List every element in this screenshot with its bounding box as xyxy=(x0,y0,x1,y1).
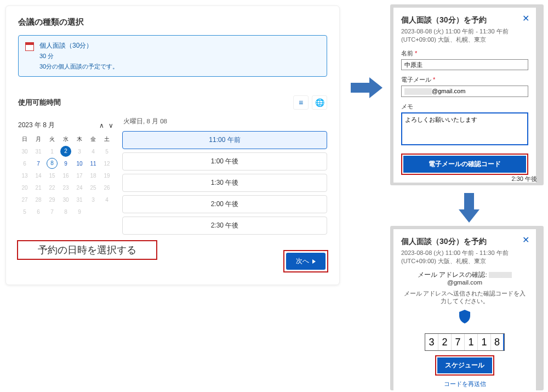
filter-icon: ≡ xyxy=(299,98,303,107)
calendar-day[interactable]: 18 xyxy=(87,170,100,181)
calendar-day[interactable]: 20 xyxy=(18,182,31,194)
calendar-day[interactable]: 24 xyxy=(73,182,86,194)
next-month-button[interactable]: ∨ xyxy=(109,122,113,129)
calendar-day[interactable]: 5 xyxy=(100,146,113,157)
calendar-day[interactable]: 7 xyxy=(45,206,59,218)
callout-confirm-button: 電子メールの確認コード xyxy=(401,154,528,175)
calendar-day[interactable]: 6 xyxy=(18,158,31,169)
calendar-day[interactable]: 17 xyxy=(73,170,86,181)
email-masked-part: xxxxx xyxy=(404,88,432,95)
verify-backdrop: ✕ 個人面談（30分）を予約 2023-08-08 (火) 11:00 午前 -… xyxy=(390,226,544,390)
timezone-button[interactable]: 🌐 xyxy=(312,95,327,110)
calendar-day[interactable]: 30 xyxy=(18,146,31,157)
meeting-type-card[interactable]: 個人面談（30分） 30 分 30分の個人面談の予定です。 xyxy=(18,35,327,77)
name-label: 名前 xyxy=(401,50,413,56)
callout-schedule-button: スケジュール xyxy=(435,355,494,376)
email-masked-part: x xyxy=(489,272,512,278)
time-slot[interactable]: 2:30 午後 xyxy=(122,217,327,235)
calendar-day[interactable]: 30 xyxy=(59,194,72,206)
calendar-day[interactable]: 9 xyxy=(59,158,72,169)
availability-heading: 使用可能時間 xyxy=(18,98,61,107)
calendar-day[interactable]: 27 xyxy=(18,194,31,206)
slots-date-label: 火曜日, 8 月 08 xyxy=(123,117,327,126)
calendar-day[interactable]: 12 xyxy=(100,158,113,169)
filter-button[interactable]: ≡ xyxy=(293,95,309,110)
meeting-type-duration: 30 分 xyxy=(39,52,118,60)
calendar-icon xyxy=(25,42,34,51)
globe-icon: 🌐 xyxy=(315,98,324,107)
name-input[interactable] xyxy=(401,59,528,70)
calendar-day[interactable]: 9 xyxy=(73,206,86,218)
background-time-slot: 2:30 午後 xyxy=(512,175,537,183)
svg-marker-1 xyxy=(459,193,480,223)
next-button[interactable]: 次へ xyxy=(286,253,326,270)
time-slot[interactable]: 1:30 午後 xyxy=(122,174,327,192)
calendar-day-today[interactable]: 2 xyxy=(60,146,71,157)
memo-textarea[interactable] xyxy=(401,112,528,145)
booking-form-timezone: (UTC+09:00) 大阪、札幌、東京 xyxy=(401,36,528,44)
email-confirm-code-button[interactable]: 電子メールの確認コード xyxy=(403,156,526,173)
resend-code-link[interactable]: コードを再送信 xyxy=(401,380,528,388)
booking-panel-select: 会議の種類の選択 個人面談（30分） 30 分 30分の個人面談の予定です。 使… xyxy=(5,5,340,285)
calendar-day[interactable]: 31 xyxy=(73,194,86,206)
calendar-widget: 2023 年 8 月 ∧ ∨ 日 月 火 水 木 金 土 30 31 1 2 3… xyxy=(18,115,113,238)
booking-form-backdrop: ✕ 個人面談（30分）を予約 2023-08-08 (火) 11:00 午前 -… xyxy=(390,4,544,185)
close-button[interactable]: ✕ xyxy=(522,236,529,245)
time-slot[interactable]: 1:00 午後 xyxy=(122,152,327,171)
calendar-day[interactable]: 19 xyxy=(100,170,113,181)
verify-panel-datetime: 2023-08-08 (火) 11:00 午前 - 11:30 午前 xyxy=(401,249,528,257)
calendar-grid: 日 月 火 水 木 金 土 30 31 1 2 3 4 5 6 7 8 9 10… xyxy=(18,133,113,218)
flow-arrow-right-icon xyxy=(351,74,384,101)
calendar-day[interactable]: 13 xyxy=(18,170,31,181)
callout-select-datetime: 予約の日時を選択する xyxy=(17,240,157,260)
verify-email-line: メール アドレスの確認: x@gmail.com xyxy=(401,271,528,286)
meeting-type-title: 個人面談（30分） xyxy=(39,41,118,50)
email-input[interactable]: xxxxx@gmail.com xyxy=(401,86,528,97)
meeting-type-body: 個人面談（30分） 30 分 30分の個人面談の予定です。 xyxy=(39,41,118,71)
calendar-day[interactable]: 25 xyxy=(87,182,100,194)
verify-panel-title: 個人面談（30分）を予約 xyxy=(401,237,528,247)
calendar-day[interactable]: 3 xyxy=(73,146,86,157)
calendar-day[interactable]: 5 xyxy=(18,206,31,218)
calendar-day-selected[interactable]: 8 xyxy=(47,158,58,169)
callout-next-button: 次へ xyxy=(283,250,328,272)
calendar-day[interactable]: 29 xyxy=(45,194,59,206)
calendar-day[interactable]: 4 xyxy=(100,194,113,206)
booking-form-datetime: 2023-08-08 (火) 11:00 午前 - 11:30 午前 xyxy=(401,27,528,36)
calendar-day[interactable]: 8 xyxy=(59,206,72,218)
meeting-type-description: 30分の個人面談の予定です。 xyxy=(39,63,118,71)
calendar-day[interactable]: 16 xyxy=(59,170,72,181)
calendar-day[interactable]: 23 xyxy=(59,182,72,194)
calendar-day[interactable]: 15 xyxy=(45,170,59,181)
calendar-day[interactable]: 10 xyxy=(73,158,86,169)
svg-marker-0 xyxy=(351,77,383,98)
calendar-day[interactable]: 22 xyxy=(45,182,59,194)
calendar-day[interactable]: 26 xyxy=(100,182,113,194)
chevron-right-icon xyxy=(312,259,316,264)
calendar-day[interactable]: 31 xyxy=(32,146,45,157)
verify-hint: メール アドレスへ送信された確認コードを入力してください。 xyxy=(401,290,528,305)
close-button[interactable]: ✕ xyxy=(522,14,529,23)
schedule-button[interactable]: スケジュール xyxy=(437,357,492,373)
calendar-day[interactable]: 14 xyxy=(32,170,45,181)
verify-panel-timezone: (UTC+09:00) 大阪、札幌、東京 xyxy=(401,257,528,265)
calendar-day[interactable]: 3 xyxy=(87,194,100,206)
time-slot[interactable]: 2:00 午後 xyxy=(122,195,327,213)
booking-form-panel: ✕ 個人面談（30分）を予約 2023-08-08 (火) 11:00 午前 -… xyxy=(393,8,536,183)
calendar-day[interactable]: 11 xyxy=(87,158,100,169)
calendar-day[interactable]: 21 xyxy=(32,182,45,194)
calendar-day[interactable]: 7 xyxy=(32,158,45,169)
time-slots: 火曜日, 8 月 08 11:00 午前 1:00 午後 1:30 午後 2:0… xyxy=(122,115,327,238)
verification-code-input[interactable]: 3 2 7 1 1 8 xyxy=(425,333,505,351)
calendar-day[interactable]: 1 xyxy=(45,146,59,157)
prev-month-button[interactable]: ∧ xyxy=(99,122,104,129)
memo-label: メモ xyxy=(401,103,528,111)
shield-icon xyxy=(401,309,528,326)
select-meeting-heading: 会議の種類の選択 xyxy=(18,17,327,27)
calendar-day[interactable]: 6 xyxy=(32,206,45,218)
calendar-day[interactable]: 4 xyxy=(87,146,100,157)
calendar-day[interactable]: 28 xyxy=(32,194,45,206)
time-slot-selected[interactable]: 11:00 午前 xyxy=(122,131,327,149)
calendar-month-label: 2023 年 8 月 xyxy=(18,121,55,130)
email-label: 電子メール xyxy=(401,76,431,83)
